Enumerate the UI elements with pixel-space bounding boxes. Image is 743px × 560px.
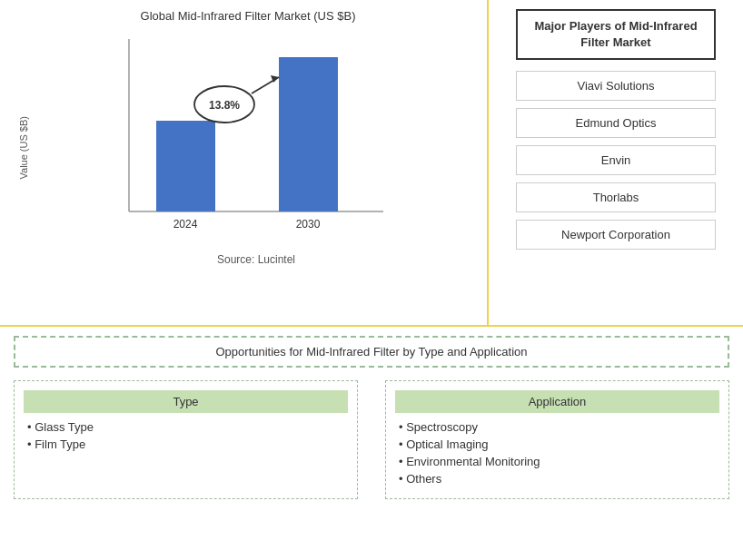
top-section: Global Mid-Infrared Filter Market (US $B… bbox=[0, 0, 743, 327]
app-item-spectroscopy: • Spectroscopy bbox=[395, 420, 719, 434]
application-header: Application bbox=[395, 390, 719, 413]
bottom-section: Opportunities for Mid-Infrared Filter by… bbox=[0, 327, 743, 560]
player-item-newport: Newport Corporation bbox=[516, 220, 716, 250]
chart-inner: 2024 2030 13.8% Source: Lucintel bbox=[35, 30, 478, 266]
players-title: Major Players of Mid-Infrared Filter Mar… bbox=[516, 9, 716, 60]
main-container: Global Mid-Infrared Filter Market (US $B… bbox=[0, 0, 743, 560]
app-item-optical: • Optical Imaging bbox=[395, 437, 719, 451]
bar-2024 bbox=[156, 121, 215, 211]
bar-2030-label: 2030 bbox=[296, 218, 321, 231]
bar-2024-label: 2024 bbox=[173, 218, 198, 231]
chart-area: Global Mid-Infrared Filter Market (US $B… bbox=[0, 0, 489, 325]
player-item-thorlabs: Thorlabs bbox=[516, 182, 716, 212]
bottom-columns: Type • Glass Type • Film Type Applicatio… bbox=[14, 380, 729, 499]
bar-2030 bbox=[279, 57, 338, 211]
chart-svg: 2024 2030 13.8% bbox=[35, 30, 478, 248]
chart-wrapper: Value (US $B) 2024 bbox=[18, 30, 478, 266]
player-item-viavi: Viavi Solutions bbox=[516, 71, 716, 101]
player-item-envin: Envin bbox=[516, 145, 716, 175]
app-item-others: • Others bbox=[395, 472, 719, 486]
application-column: Application • Spectroscopy • Optical Ima… bbox=[385, 380, 729, 499]
annotation-text: 13.8% bbox=[209, 99, 240, 112]
y-axis-label: Value (US $B) bbox=[18, 116, 29, 180]
type-item-film: • Film Type bbox=[24, 437, 348, 451]
players-area: Major Players of Mid-Infrared Filter Mar… bbox=[489, 0, 743, 325]
player-item-edmund: Edmund Optics bbox=[516, 108, 716, 138]
app-item-environmental: • Environmental Monitoring bbox=[395, 455, 719, 468]
type-column: Type • Glass Type • Film Type bbox=[14, 380, 358, 499]
type-header: Type bbox=[24, 390, 348, 413]
source-text: Source: Lucintel bbox=[35, 253, 478, 266]
chart-title: Global Mid-Infrared Filter Market (US $B… bbox=[18, 9, 478, 23]
opportunities-title: Opportunities for Mid-Infrared Filter by… bbox=[14, 336, 729, 368]
type-item-glass: • Glass Type bbox=[24, 420, 348, 434]
